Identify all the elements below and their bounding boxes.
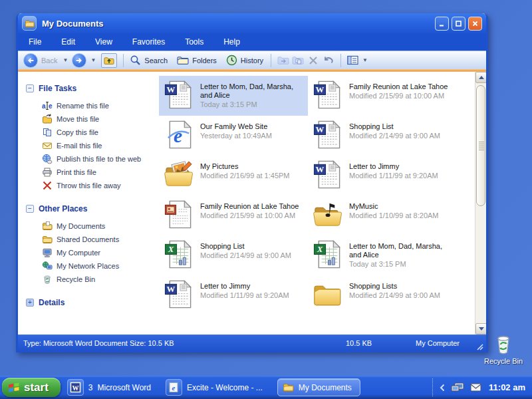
scroll-up-button[interactable] [475, 72, 486, 83]
file-name: Letter to Mom, Dad, Marsha, and Alice [349, 242, 453, 259]
views-dropdown-icon[interactable]: ▼ [362, 57, 368, 63]
rename-icon: a e [42, 100, 53, 111]
move-to-icon[interactable] [277, 55, 289, 65]
status-size: 10.5 KB [346, 339, 416, 347]
task-rename-this-file[interactable]: a e Rename this file [42, 99, 159, 112]
folder-content: − File Tasks a e Rename this file [18, 72, 486, 334]
file-item[interactable]: My Pictures Modified 2/16/99 at 1:45PM [159, 156, 308, 196]
forward-dropdown-icon[interactable]: ▼ [90, 57, 96, 63]
file-item[interactable]: Shopping List Modified 2/14/99 at 9:00 A… [308, 116, 457, 156]
file-item[interactable]: Family Reunion at Lake Tahoe Modified 2/… [308, 76, 457, 116]
titlebar[interactable]: My Documents [18, 13, 486, 33]
maximize-button[interactable] [452, 17, 466, 31]
file-modified: Modified 2/14/99 at 9:00 AM [349, 132, 440, 140]
internet-document-icon [163, 119, 194, 150]
minimize-button[interactable] [435, 17, 449, 31]
collapse-toggle-icon[interactable]: − [26, 84, 34, 92]
task-pane: − File Tasks a e Rename this file [18, 72, 159, 334]
file-item[interactable]: Letter to Mom, Dad, Marsha, and Alice To… [159, 76, 308, 116]
window-folder-icon[interactable] [22, 16, 37, 31]
clock[interactable]: 11:02 am [489, 382, 525, 392]
desktop-recycle-bin[interactable]: Recycle Bin [483, 332, 524, 365]
music-folder-icon [312, 199, 343, 230]
search-label[interactable]: Search [144, 57, 168, 65]
place-my-computer[interactable]: My Computer [42, 246, 159, 259]
task-label: Copy this file [57, 128, 98, 136]
network-computer-icon[interactable] [451, 382, 464, 393]
file-item[interactable]: Our Family Web Site Yesterday at 10:49AM [159, 116, 308, 156]
task-copy-this-file[interactable]: Copy this file [42, 126, 159, 139]
maximize-icon [456, 21, 462, 27]
task-throw-this-file-away[interactable]: Throw this file away [42, 179, 159, 192]
scrollbar-thumb[interactable] [476, 85, 485, 206]
menu-tools[interactable]: Tools [185, 37, 203, 47]
task-publish-this-file[interactable]: Publish this file to the web [42, 152, 159, 166]
place-label: My Network Places [57, 262, 119, 270]
delete-icon[interactable] [309, 56, 318, 65]
delete-red-x-icon [42, 180, 53, 191]
menu-view[interactable]: View [95, 37, 112, 47]
window-count-badge: 3 [88, 383, 93, 392]
mail-icon[interactable] [470, 383, 481, 392]
views-icon[interactable] [347, 55, 358, 65]
explorer-window: My Documents File Edit View Favorites To… [16, 13, 488, 352]
collapse-toggle-icon[interactable]: − [26, 205, 34, 213]
file-item[interactable]: Shopping Lists Modified 2/14/99 at 9:00 … [308, 275, 457, 315]
file-item[interactable]: Letter to Jimmy Modified 1/11/99 at 9:20… [159, 275, 308, 315]
scrollbar-grip [479, 146, 484, 146]
place-recycle-bin[interactable]: Recycle Bin [42, 273, 159, 286]
folders-label[interactable]: Folders [192, 57, 217, 65]
back-button[interactable] [23, 53, 38, 68]
word-icon: W [67, 379, 84, 396]
file-item[interactable]: MyMusic Modified 1/10/99 at 8:20AM [308, 196, 457, 235]
expand-toggle-icon[interactable]: + [26, 299, 34, 307]
back-dropdown-icon[interactable]: ▼ [63, 57, 68, 63]
taskbar-button-my-documents[interactable]: My Documents [277, 378, 360, 396]
task-print-this-file[interactable]: Print this file [42, 166, 159, 179]
menu-edit[interactable]: Edit [61, 37, 75, 47]
file-name: Shopping Lists [349, 282, 440, 291]
close-button[interactable] [468, 17, 482, 31]
windows-logo-icon [7, 381, 20, 394]
place-my-network-places[interactable]: My Network Places [42, 259, 159, 273]
folders-icon[interactable] [177, 55, 189, 65]
file-item[interactable]: Shopping List Modified 2/14/99 at 9:00 A… [159, 235, 308, 275]
my-computer-icon [42, 247, 53, 258]
history-label[interactable]: History [241, 57, 263, 65]
up-button[interactable] [101, 53, 117, 68]
file-modified: Modified 2/14/99 at 9:00 AM [349, 291, 440, 300]
close-icon [472, 21, 478, 27]
section-title: Other Places [39, 204, 87, 213]
folder-icon [312, 279, 343, 310]
window-title: My Documents [42, 19, 432, 29]
svg-text:e: e [49, 102, 53, 110]
file-item[interactable]: Family Reunion at Lake Tahoe Modified 2/… [159, 196, 308, 235]
word-document-icon [312, 119, 343, 150]
toolbar: Back ▼ ▼ Search Folders [18, 51, 486, 69]
undo-icon[interactable] [323, 56, 334, 65]
forward-button[interactable] [72, 53, 86, 68]
svg-text:e: e [172, 384, 176, 392]
menu-favorites[interactable]: Favorites [132, 37, 165, 47]
word-document-icon [312, 79, 343, 110]
collapse-chevron-icon[interactable] [440, 384, 445, 392]
place-my-documents[interactable]: My Documents [42, 219, 159, 233]
menu-file[interactable]: File [29, 37, 41, 47]
history-icon[interactable] [226, 55, 237, 66]
taskbar-button-word[interactable]: W 3 Microsoft Word [67, 379, 151, 396]
copy-to-icon[interactable] [292, 55, 304, 65]
place-shared-documents[interactable]: Shared Documents [42, 233, 159, 246]
desktop: My Documents File Edit View Favorites To… [0, 0, 532, 399]
menu-help[interactable]: Help [223, 37, 240, 47]
file-item[interactable]: Letter to Mom, Dad, Marsha, and Alice To… [308, 235, 457, 275]
taskbar-button-excite[interactable]: e Excite - Welcome - ... [166, 379, 263, 396]
resize-grip[interactable] [474, 341, 483, 350]
search-icon[interactable] [130, 55, 141, 66]
back-icon [26, 56, 35, 65]
vertical-scrollbar[interactable] [475, 72, 486, 334]
start-button[interactable]: start [2, 378, 61, 397]
task-move-this-file[interactable]: Move this file [42, 112, 159, 126]
folder-icon [283, 382, 294, 393]
file-item[interactable]: Letter to Jimmy Modified 1/11/99 at 9:20… [308, 156, 457, 196]
task-email-this-file[interactable]: E-mail this file [42, 139, 159, 152]
